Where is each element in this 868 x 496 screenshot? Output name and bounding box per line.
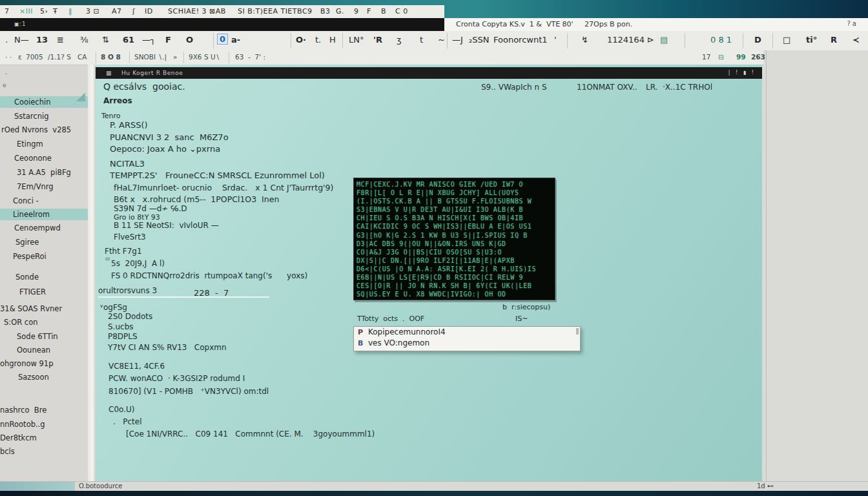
toolbar-icon[interactable]: ' (554, 35, 557, 45)
popup-item-icon: P (358, 327, 363, 338)
toolbar-icon[interactable]: 1124164 ⊳ (607, 35, 654, 45)
sidebar-item[interactable]: PespeRoi (0, 251, 88, 262)
toolbar-icon[interactable]: ≣ (57, 35, 64, 45)
toolbar-icon[interactable]: O (186, 35, 193, 45)
toolbar-icon[interactable]: R (831, 35, 837, 45)
menu-item[interactable]: 5› (40, 7, 48, 16)
secondary-toolbar-item[interactable]: 99 (736, 53, 746, 61)
sidebar-item[interactable]: nashrco Bre (0, 404, 88, 416)
toolbar-icon[interactable]: D (754, 35, 761, 45)
document-titlebar-buttons[interactable]: | ! ▮ ! (728, 70, 756, 76)
toolbar-icon[interactable]: . (5, 35, 8, 45)
secondary-toolbar-item[interactable]: CA (78, 53, 87, 61)
sidebar-item[interactable]: 31 A.A5 pi8Fg (0, 167, 88, 178)
toolbar-icon[interactable]: —J (452, 35, 463, 45)
popup-menu-item[interactable]: PKopipecemunnoroI4 (354, 327, 580, 338)
sidebar-item[interactable]: nnRootob..g (0, 418, 88, 430)
toolbar-icon[interactable]: 61 (123, 35, 134, 45)
toolbar-icon[interactable]: Foonorcwnt1 (493, 35, 548, 45)
sidebar-item[interactable]: Sgiree (0, 236, 88, 248)
toolbar-icon[interactable]: H (329, 35, 336, 45)
menu-item[interactable]: B (381, 7, 386, 16)
menu-item[interactable]: 7 (5, 7, 10, 16)
menu-item[interactable]: ‖ (68, 7, 72, 16)
sidebar-item[interactable]: Der8tkcm (0, 432, 88, 444)
document-titlebar[interactable]: ▦ Hu Kogert R Benoe | ! ▮ ! (96, 67, 762, 79)
toolbar-icon[interactable]: F (165, 35, 171, 45)
menu-item[interactable]: F (367, 7, 371, 16)
sidebar-item[interactable]: Cooiechin (0, 96, 88, 108)
toolbar-icon[interactable]: ⇅ (102, 35, 109, 45)
toolbar-icon[interactable]: ʒ (397, 35, 402, 45)
toolbar-icon[interactable]: □ (783, 35, 790, 45)
secondary-toolbar-item[interactable]: 9X6 S U∖ (189, 53, 220, 61)
secondary-toolbar-item[interactable]: /1.1? S (48, 53, 71, 61)
secondary-toolbar-item[interactable]: ⊟ (718, 53, 724, 61)
menu-item[interactable]: 9 (354, 7, 359, 16)
toolbar-icon[interactable]: 0 (217, 34, 228, 45)
menu-item[interactable]: ʃ (132, 7, 135, 16)
secondary-toolbar-item[interactable]: ε (18, 53, 22, 61)
sidebar-item[interactable]: ohgronow 91p (0, 358, 88, 369)
toolbar-icon[interactable]: ⅜ (80, 35, 88, 45)
terminal-output[interactable]: MCF|CEXC.J.KV MR ANISCO GIEK /UED IW7 OF… (353, 178, 555, 300)
toolbar-icon[interactable]: 'R (373, 35, 382, 45)
menu-item[interactable]: SI B:T)EEA TIETBC9 (238, 7, 313, 16)
toolbar-icon[interactable]: O· (296, 35, 306, 45)
sidebar-item[interactable]: FTIGER (0, 286, 88, 298)
secondary-toolbar-item[interactable]: 7005 (26, 53, 43, 61)
toolbar-icon[interactable]: ↯ (581, 35, 588, 45)
pane-splitter[interactable] (88, 65, 96, 481)
sidebar-item[interactable]: rOed Nvrons v285 (0, 124, 88, 136)
sidebar-item-label: Etingm (17, 138, 43, 150)
sidebar-item[interactable]: Ceoonone (0, 152, 88, 164)
autocomplete-popup[interactable]: PKopipecemunnoroI4Bves VO:ngemon (353, 326, 581, 351)
sidebar-item[interactable]: Sstarcnig (0, 110, 88, 122)
toolbar-icon[interactable]: ≺ (852, 35, 860, 45)
menu-item[interactable]: ×III (19, 7, 33, 16)
status-text: O.botoodurce (79, 482, 123, 490)
toolbar-icon[interactable]: N— (14, 35, 29, 45)
menu-item[interactable]: SCHIAE! 3 ⊠AB (168, 7, 226, 16)
secondary-toolbar-item[interactable]: 263 (751, 53, 765, 61)
toolbar-icon[interactable]: ₂SSN (469, 35, 489, 45)
sidebar-item[interactable]: Etingm (0, 138, 88, 150)
secondary-toolbar-item[interactable]: · · (5, 53, 12, 61)
menu-item[interactable]: B3 (320, 7, 331, 16)
sidebar-item[interactable]: 31& SOAS Rvner (0, 303, 88, 315)
sidebar-item[interactable]: Sazsoon (0, 371, 88, 383)
menu-item[interactable]: C 0 (395, 7, 408, 16)
secondary-toolbar-separator (129, 52, 130, 63)
toolbar-icon[interactable]: ~ (438, 35, 445, 45)
sidebar-item[interactable]: Oounean (0, 344, 88, 356)
sidebar-item[interactable]: Cenoempwd (0, 222, 88, 234)
sidebar-item[interactable]: Conci - (0, 195, 88, 207)
menu-item[interactable]: A7 (112, 7, 122, 16)
sidebar-item[interactable]: Sode 6TTin (0, 331, 88, 342)
menu-item[interactable]: ID (145, 7, 153, 16)
secondary-toolbar-item[interactable]: 17 (702, 53, 710, 61)
sidebar-item[interactable]: 7Em/Vnrg (0, 181, 88, 192)
toolbar-icon[interactable]: LN° (349, 35, 364, 45)
toolbar-icon[interactable]: t. (315, 35, 321, 45)
sidebar-item[interactable]: bcls (0, 446, 88, 457)
toolbar-icon[interactable]: ti° (806, 35, 817, 45)
toolbar-icon[interactable]: —┐ (142, 35, 156, 45)
sidebar-item[interactable]: Lineelrom (0, 209, 88, 220)
secondary-toolbar-item[interactable]: 63 - 7' : (235, 53, 265, 61)
toolbar-icon[interactable]: t (420, 35, 423, 45)
menu-item[interactable]: Ŧ (53, 7, 57, 16)
secondary-toolbar-item[interactable]: 8 O 8 (101, 53, 121, 61)
sidebar-item[interactable]: S:OR con (0, 316, 88, 328)
toolbar-separator (213, 33, 214, 48)
toolbar-icon[interactable]: 0 8 1 (710, 35, 732, 45)
toolbar-icon[interactable]: a- (231, 35, 240, 45)
toolbar-icon[interactable]: 13 (36, 35, 48, 45)
menu-item[interactable]: G. (336, 7, 344, 16)
popup-menu-item[interactable]: Bves VO:ngemon (354, 338, 580, 349)
secondary-toolbar-item[interactable]: SNOBI ∖.| » (134, 53, 177, 61)
help-icon[interactable]: ? a (847, 20, 856, 27)
menu-item[interactable]: 3 ⊡ (86, 7, 99, 16)
sidebar-item[interactable]: Sonde (0, 271, 88, 283)
toolbar-icon[interactable]: ▤ (660, 35, 668, 45)
